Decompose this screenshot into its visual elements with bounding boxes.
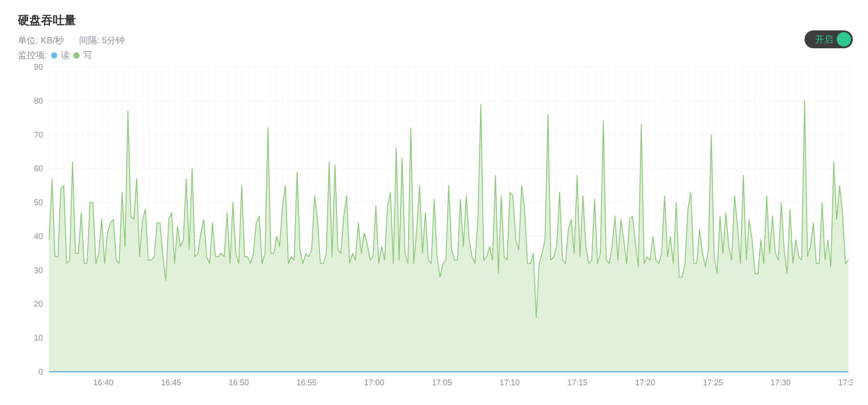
svg-text:16:40: 16:40 [93, 378, 114, 387]
swatch-write-icon [73, 52, 80, 59]
disk-throughput-panel: 硬盘吞吐量 单位: KB/秒 间隔: 5分钟 监控项: 读 写 开启 01020… [0, 0, 868, 405]
svg-text:16:45: 16:45 [161, 378, 181, 387]
svg-text:17:00: 17:00 [364, 378, 384, 387]
svg-text:16:55: 16:55 [296, 378, 316, 387]
svg-text:17:25: 17:25 [703, 378, 723, 387]
svg-text:60: 60 [34, 164, 43, 173]
chart-svg: 010203040506070809016:4016:4516:5016:551… [18, 63, 853, 394]
unit-label: 单位: KB/秒 [18, 35, 64, 45]
panel-title: 硬盘吞吐量 [18, 13, 853, 28]
interval-label: 间隔: 5分钟 [79, 35, 125, 45]
svg-text:80: 80 [34, 97, 43, 105]
svg-text:17:20: 17:20 [635, 378, 655, 387]
svg-text:17:05: 17:05 [432, 378, 452, 387]
enable-toggle[interactable]: 开启 [805, 30, 853, 48]
svg-text:0: 0 [38, 367, 43, 376]
svg-text:40: 40 [34, 232, 43, 241]
legend-item-read: 读 [61, 49, 70, 61]
svg-text:17:10: 17:10 [500, 378, 520, 387]
legend-label: 监控项: [18, 49, 47, 61]
toggle-knob-icon [837, 32, 851, 46]
svg-text:30: 30 [34, 266, 43, 275]
svg-text:17:15: 17:15 [567, 378, 587, 387]
meta-row: 单位: KB/秒 间隔: 5分钟 [18, 34, 853, 46]
svg-text:50: 50 [34, 198, 43, 207]
svg-text:70: 70 [34, 131, 43, 139]
svg-text:90: 90 [34, 63, 43, 72]
panel-header: 硬盘吞吐量 单位: KB/秒 间隔: 5分钟 监控项: 读 写 开启 [18, 13, 853, 61]
legend-row: 监控项: 读 写 [18, 49, 853, 61]
swatch-read-icon [51, 52, 57, 59]
svg-text:17:30: 17:30 [771, 378, 791, 387]
svg-text:10: 10 [34, 333, 43, 342]
svg-text:20: 20 [34, 300, 43, 308]
toggle-label: 开启 [815, 34, 833, 46]
svg-text:17:35: 17:35 [838, 378, 853, 387]
svg-text:16:50: 16:50 [229, 378, 249, 387]
legend-item-write: 写 [83, 49, 92, 61]
chart-area: 010203040506070809016:4016:4516:5016:551… [18, 63, 853, 394]
